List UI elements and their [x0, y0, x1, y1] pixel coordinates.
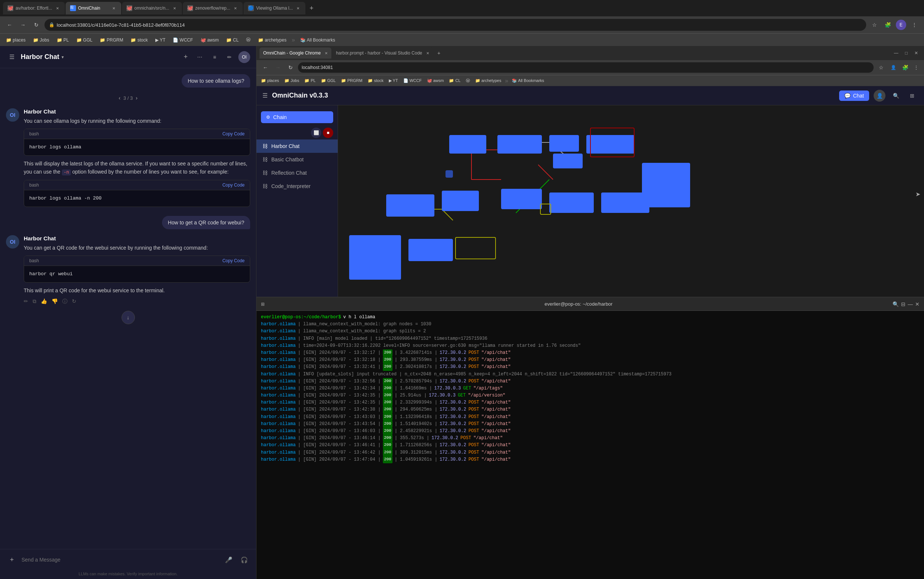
bookmark-star[interactable]: ☆	[869, 20, 880, 30]
browser-tab-5[interactable]: 🔵 Viewing Ollama l... ✕	[243, 2, 305, 15]
user-avatar[interactable]: OI	[238, 51, 250, 63]
edit-message-button[interactable]: ✏	[24, 298, 28, 305]
terminal-body[interactable]: everlier@pop-os:~/code/harbor$ v h l oll…	[256, 311, 924, 579]
omnichain-grid-button[interactable]: ⊞	[906, 90, 918, 101]
profile-button[interactable]: E	[896, 20, 906, 30]
right-bm-wccf[interactable]: 📄 WCCF	[401, 77, 424, 84]
right-bm-prgrm[interactable]: 📁 PRGRM	[339, 77, 365, 84]
canvas-node-9[interactable]	[549, 193, 594, 213]
right-bookmark[interactable]: ☆	[876, 62, 886, 73]
right-browser-maximize[interactable]: □	[902, 51, 911, 56]
right-browser-minimize[interactable]: —	[891, 51, 901, 56]
info-button[interactable]: ⓘ	[62, 298, 67, 305]
terminal-split-button[interactable]: ⊟	[901, 301, 906, 307]
right-tab-close-1[interactable]: ✕	[325, 51, 328, 55]
right-bm-cl[interactable]: 📁 CL	[447, 77, 463, 84]
back-button[interactable]: ←	[5, 20, 15, 30]
new-tab-button[interactable]: +	[306, 3, 316, 13]
omnichain-user-button[interactable]: 👤	[873, 90, 885, 101]
right-extensions[interactable]: 🧩	[901, 65, 910, 70]
bookmark-all[interactable]: 📚 All Bookmarks	[297, 37, 338, 43]
add-media-button[interactable]: +	[6, 554, 18, 566]
right-bm-all[interactable]: 📚 All Bookmarks	[510, 77, 546, 84]
browser-tab-2[interactable]: ⛓ OmniChain ✕	[65, 2, 121, 15]
right-forward-button[interactable]: →	[273, 62, 283, 73]
extensions-button[interactable]: 🧩	[883, 20, 893, 30]
terminal-close-button[interactable]: ✕	[915, 301, 919, 307]
browser-tab-3[interactable]: 🐙 omnichain/src/n... ✕	[122, 2, 182, 15]
bookmark-awsm[interactable]: 🐙 awsm	[197, 37, 222, 43]
bookmark-archetypes[interactable]: 📁 archetypes	[255, 37, 290, 43]
omnichain-menu-icon[interactable]: ☰	[262, 92, 267, 99]
right-back-button[interactable]: ←	[260, 62, 271, 73]
right-browser-options[interactable]: ⋮	[912, 65, 920, 70]
canvas-node-3[interactable]	[549, 135, 579, 152]
copy-code-button-2[interactable]: Copy Code	[222, 183, 244, 188]
canvas-node-yellow-1[interactable]	[540, 204, 551, 215]
right-bm-pl[interactable]: 📁 PL	[302, 77, 318, 84]
edit-button[interactable]: ✏	[223, 51, 235, 63]
address-bar[interactable]: 🔒 localhost:33801/c/4116e01e-7c81-41b5-b…	[44, 19, 866, 31]
chain-button[interactable]: ⚙ Chain	[261, 111, 333, 123]
forward-button[interactable]: →	[18, 20, 28, 30]
terminal-search-button[interactable]: 🔍	[893, 301, 899, 307]
right-bm-awsm[interactable]: 🐙 awsm	[425, 77, 446, 84]
reload-button[interactable]: ↻	[31, 20, 41, 30]
tab-close-4[interactable]: ✕	[232, 5, 238, 11]
scroll-down-button[interactable]: ↓	[122, 311, 135, 324]
new-chat-button[interactable]: +	[181, 52, 191, 62]
omnichain-chat-button[interactable]: 💬 Chat	[839, 90, 869, 101]
right-bm-ggl[interactable]: 📁 GGL	[319, 77, 338, 84]
thumbs-up-button[interactable]: 👍	[41, 298, 47, 305]
bookmark-stock[interactable]: 📁 stock	[127, 37, 150, 43]
next-page-button[interactable]: ›	[136, 95, 137, 101]
canvas-node-7[interactable]	[442, 191, 479, 211]
prev-page-button[interactable]: ‹	[119, 95, 121, 101]
microphone-button[interactable]: 🎤	[223, 554, 235, 566]
bookmark-yt[interactable]: ▶ YT	[152, 37, 168, 43]
tab-close-2[interactable]: ✕	[111, 5, 117, 11]
bookmark-places[interactable]: 📁 places	[3, 37, 29, 43]
refresh-button[interactable]: ↻	[72, 298, 77, 305]
canvas-node-2[interactable]	[497, 135, 542, 154]
sidebar-item-code-interpreter[interactable]: ⛓ Code_Interpreter	[256, 180, 337, 193]
right-bm-places[interactable]: 📁 places	[259, 77, 281, 84]
browser-tab-1[interactable]: 🐙 av/harbor: Effortl... ✕	[3, 2, 65, 15]
canvas-node-8[interactable]	[501, 189, 542, 209]
right-reload-button[interactable]: ↻	[285, 62, 296, 73]
sidebar-toggle-button[interactable]: ☰	[6, 51, 18, 63]
tab-close-1[interactable]: ✕	[54, 5, 60, 11]
browser-tab-4[interactable]: 🐙 zenoverflow/rep... ✕	[183, 2, 243, 15]
bookmark-ggl[interactable]: 📁 GGL	[73, 37, 96, 43]
list-view-button[interactable]: ≡	[209, 51, 220, 63]
copy-message-button[interactable]: ⧉	[33, 298, 36, 305]
right-tab-close-2[interactable]: ✕	[426, 51, 429, 55]
bookmark-jobs[interactable]: 📁 Jobs	[30, 37, 52, 43]
bookmark-pl[interactable]: 📁 PL	[54, 37, 72, 43]
right-bm-yt[interactable]: ▶ YT	[386, 77, 400, 84]
tab-close-5[interactable]: ✕	[295, 5, 301, 11]
canvas-node-11[interactable]	[642, 163, 690, 207]
right-tab-vscode[interactable]: harbor.prompt - harbor - Visual Studio C…	[332, 47, 433, 59]
right-bm-stock[interactable]: 📁 stock	[365, 77, 386, 84]
canvas-node-13[interactable]	[409, 239, 453, 261]
terminal-icon[interactable]: ⊞	[261, 301, 265, 307]
headphones-button[interactable]: 🎧	[238, 554, 250, 566]
tab-close-3[interactable]: ✕	[172, 5, 178, 11]
right-tab-omnichain[interactable]: OmniChain - Google Chrome ✕	[259, 47, 331, 59]
more-options-button[interactable]: ⋯	[194, 51, 206, 63]
right-new-tab-button[interactable]: +	[433, 48, 444, 58]
canvas-node-small-1[interactable]	[445, 170, 453, 178]
canvas-node-outline-1[interactable]	[590, 128, 634, 157]
omnichain-canvas[interactable]: ➤	[338, 105, 924, 297]
message-input[interactable]	[21, 557, 219, 563]
canvas-node-yellow-2[interactable]	[455, 237, 496, 259]
bookmark-w[interactable]: Ⓦ	[243, 36, 254, 44]
canvas-node-1[interactable]	[449, 135, 486, 154]
copy-code-button-3[interactable]: Copy Code	[222, 258, 244, 263]
right-profile[interactable]: 👤	[888, 65, 898, 70]
right-browser-close[interactable]: ✕	[911, 51, 921, 56]
canvas-node-6[interactable]	[386, 195, 434, 217]
sidebar-action-1[interactable]: ⬜	[311, 128, 321, 138]
sidebar-item-reflection-chat[interactable]: ⛓ Reflection Chat	[256, 166, 337, 180]
